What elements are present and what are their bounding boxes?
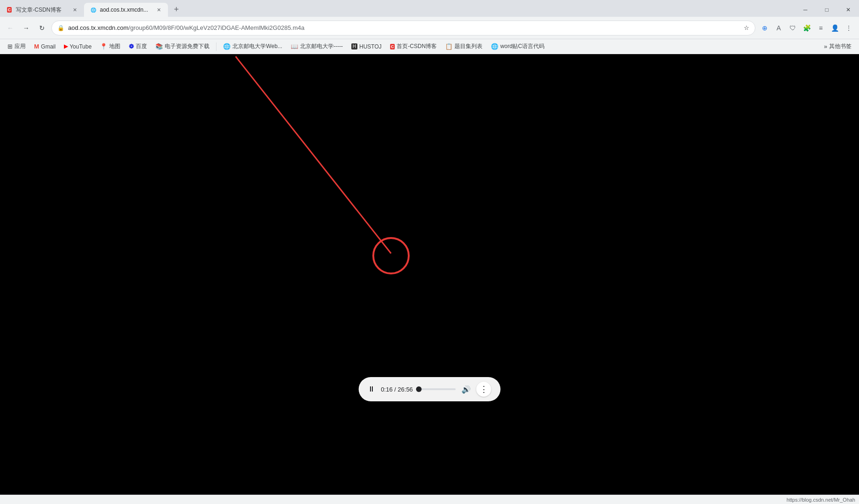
bookmark-gmail-label: Gmail: [41, 43, 56, 50]
bookmark-maps-label: 地图: [109, 42, 120, 50]
address-bar: ← → ↻ 🔒 aod.cos.tx.xmcdn.com/group60/M09…: [0, 17, 859, 39]
maximize-button[interactable]: □: [816, 3, 838, 17]
bookmark-baidu-label: 百度: [136, 42, 147, 50]
csdn-bm-icon: C: [390, 44, 395, 49]
bookmark-ebooks[interactable]: 📚 电子资源免费下载: [152, 42, 213, 51]
bookmark-word-label: word贴C语言代码: [500, 42, 545, 50]
bookmark-bjpu-label: 北京邮电大学-----: [300, 42, 343, 50]
bookmark-gmail[interactable]: M Gmail: [30, 42, 59, 51]
annotation-overlay: [0, 54, 859, 495]
bjpu-icon: 📖: [291, 43, 298, 50]
apps-icon: ⊞: [7, 43, 13, 50]
bookmark-bjpu[interactable]: 📖 北京邮电大学-----: [287, 42, 347, 51]
bookmark-csdn-label: 首页-CSDN博客: [397, 42, 437, 50]
chrome-icon[interactable]: ⊕: [758, 21, 771, 35]
new-tab-button[interactable]: +: [170, 3, 183, 16]
toolbar-right: ⊕ A 🛡 🧩 ≡ 👤 ⋮: [758, 21, 855, 35]
bookmark-mgr-icon[interactable]: ≡: [814, 21, 827, 35]
status-url: https://blog.csdn.net/Mr_Ohah: [787, 497, 855, 503]
volume-button[interactable]: 🔊: [461, 385, 471, 394]
bookmark-more-label: 其他书签: [829, 42, 852, 50]
more-options-button[interactable]: ⋮: [476, 382, 491, 397]
bookmark-problem-label: 题目集列表: [454, 42, 482, 50]
url-path: /group60/M09/8F/00/wKgLeVz027iDGAE-AMeml…: [128, 24, 304, 31]
status-bar: https://blog.csdn.net/Mr_Ohah: [0, 495, 859, 504]
bookmark-bjpu-web[interactable]: 🌐 北京邮电大学Web...: [219, 42, 286, 51]
globe-favicon-icon: 🌐: [90, 6, 97, 14]
maps-icon: 📍: [100, 43, 107, 50]
window-controls: ─ □ ✕: [795, 3, 859, 17]
tab-video[interactable]: 🌐 aod.cos.tx.xmcdn... ✕: [84, 3, 168, 17]
shield-icon[interactable]: 🛡: [786, 21, 799, 35]
bookmark-hustoj[interactable]: H HUSTOJ: [348, 42, 385, 51]
bookmark-separator: [216, 42, 216, 51]
problem-icon: 📋: [445, 43, 453, 50]
bookmark-icon[interactable]: ☆: [744, 24, 749, 31]
pause-button[interactable]: ⏸: [368, 385, 375, 393]
tab-csdn-title: 写文章-CSDN博客: [16, 6, 68, 14]
bjpu-web-icon: 🌐: [223, 43, 230, 50]
forward-button[interactable]: →: [20, 21, 33, 35]
bookmark-baidu[interactable]: ❁ 百度: [125, 42, 151, 51]
chrome-browser: C 写文章-CSDN博客 ✕ 🌐 aod.cos.tx.xmcdn... ✕ +…: [0, 0, 859, 504]
bookmark-bjpu-web-label: 北京邮电大学Web...: [232, 42, 282, 50]
back-button[interactable]: ←: [4, 21, 17, 35]
svg-point-1: [373, 238, 409, 273]
profile-icon[interactable]: 👤: [828, 21, 841, 35]
url-text: aod.cos.tx.xmcdn.com/group60/M09/8F/00/w…: [68, 24, 740, 31]
pause-icon: ⏸: [368, 385, 375, 393]
bookmark-ebooks-label: 电子资源免费下载: [165, 42, 210, 50]
baidu-icon: ❁: [129, 43, 134, 50]
csdn-favicon-icon: C: [6, 6, 13, 14]
extension-icon[interactable]: 🧩: [800, 21, 813, 35]
bookmark-apps-label: 应用: [14, 42, 26, 50]
tab-csdn-close[interactable]: ✕: [71, 6, 78, 14]
title-bar: C 写文章-CSDN博客 ✕ 🌐 aod.cos.tx.xmcdn... ✕ +…: [0, 0, 859, 17]
bookmark-problem[interactable]: 📋 题目集列表: [441, 42, 486, 51]
url-host: aod.cos.tx.xmcdn.com: [68, 24, 128, 31]
tab-video-title: aod.cos.tx.xmcdn...: [100, 7, 152, 13]
svg-line-0: [236, 56, 391, 253]
bookmark-hustoj-label: HUSTOJ: [359, 43, 382, 50]
minimize-button[interactable]: ─: [795, 3, 816, 17]
url-bar[interactable]: 🔒 aod.cos.tx.xmcdn.com/group60/M09/8F/00…: [51, 21, 755, 35]
bookmarks-bar: ⊞ 应用 M Gmail ▶ YouTube 📍 地图 ❁ 百度 📚 电子资源免…: [0, 39, 859, 54]
ebooks-icon: 📚: [155, 43, 163, 50]
player-time: 0:16 / 26:56: [381, 386, 413, 393]
current-time: 0:16: [381, 386, 392, 393]
tab-video-close[interactable]: ✕: [155, 6, 162, 14]
bookmark-maps[interactable]: 📍 地图: [96, 42, 124, 51]
progress-bar[interactable]: [419, 388, 456, 390]
translate-icon[interactable]: A: [772, 21, 785, 35]
progress-thumb: [416, 386, 422, 392]
hustoj-icon: H: [351, 43, 357, 49]
gmail-icon: M: [34, 43, 39, 50]
media-player: ⏸ 0:16 / 26:56 🔊 ⋮: [358, 377, 501, 401]
bookmark-youtube[interactable]: ▶ YouTube: [60, 42, 95, 51]
bookmark-word[interactable]: 🌐 word贴C语言代码: [487, 42, 548, 51]
video-content-area[interactable]: ⏸ 0:16 / 26:56 🔊 ⋮: [0, 54, 859, 495]
refresh-button[interactable]: ↻: [35, 21, 49, 35]
bookmark-csdn[interactable]: C 首页-CSDN博客: [386, 42, 441, 51]
youtube-icon: ▶: [64, 43, 68, 49]
more-options-icon: ⋮: [480, 384, 488, 394]
more-bookmarks-icon: »: [824, 43, 827, 50]
menu-icon[interactable]: ⋮: [842, 21, 855, 35]
bookmark-youtube-label: YouTube: [70, 43, 91, 50]
lock-icon: 🔒: [57, 25, 64, 31]
close-button[interactable]: ✕: [838, 3, 859, 17]
tab-csdn[interactable]: C 写文章-CSDN博客 ✕: [0, 3, 84, 17]
word-icon: 🌐: [491, 43, 498, 50]
bookmark-apps[interactable]: ⊞ 应用: [4, 42, 29, 51]
total-time: 26:56: [398, 386, 413, 393]
bookmark-more[interactable]: » 其他书签: [820, 42, 855, 51]
